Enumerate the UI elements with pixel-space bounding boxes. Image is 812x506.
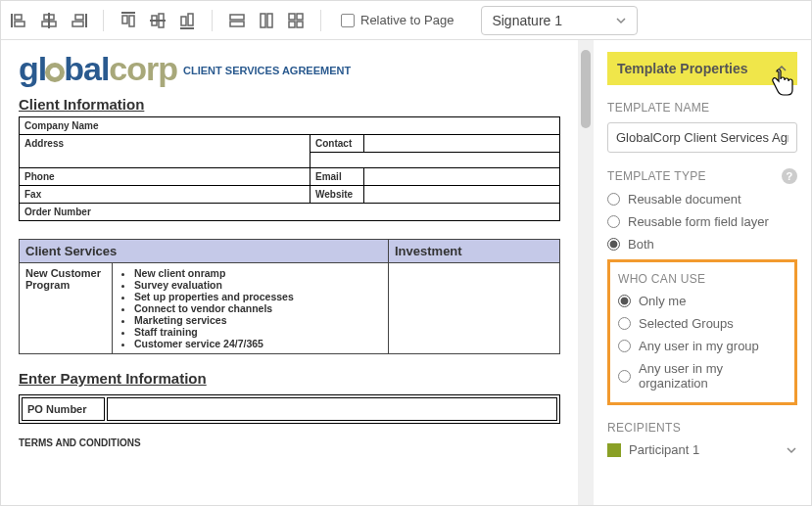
svg-rect-23: [297, 14, 303, 20]
toolbar-separator: [103, 10, 104, 31]
radio-option[interactable]: Any user in my organization: [618, 361, 787, 391]
terms-heading: TERMS AND CONDITIONS: [19, 437, 560, 448]
section-client-info: Client Information: [19, 96, 560, 113]
radio-option[interactable]: Reusable document: [607, 192, 797, 207]
accordion-title: Template Properties: [617, 61, 748, 76]
svg-rect-16: [181, 17, 186, 25]
field-order: Order Number: [20, 204, 560, 221]
radio-option[interactable]: Any user in my group: [618, 339, 787, 353]
radio-icon: [618, 340, 631, 352]
template-properties-accordion[interactable]: Template Properties: [607, 52, 797, 85]
radio-icon: [618, 295, 631, 307]
template-type-label: TEMPLATE TYPE ?: [607, 168, 797, 184]
client-services-table: Client ServicesInvestment New Customer P…: [19, 239, 560, 354]
scrollbar-thumb[interactable]: [581, 50, 591, 128]
radio-option[interactable]: Both: [607, 237, 797, 252]
radio-label: Reusable document: [628, 192, 741, 207]
field-address: Address: [20, 135, 310, 168]
recipient-name: Participant 1: [629, 442, 699, 457]
properties-panel: Template Properties TEMPLATE NAME TEMPLA…: [594, 40, 811, 505]
field-contact: Contact: [310, 135, 364, 153]
svg-rect-17: [188, 14, 193, 25]
svg-rect-6: [85, 14, 87, 27]
service-item: New client onramp: [134, 267, 382, 279]
field-fax: Fax: [20, 186, 310, 204]
field-company: Company Name: [20, 117, 560, 135]
toolbar: Relative to Page Signature 1: [1, 1, 811, 40]
radio-label: Selected Groups: [639, 316, 734, 331]
radio-label: Reusable form field layer: [628, 214, 769, 229]
logo: glbalcorp CLIENT SERVICES AGREEMENT: [19, 50, 560, 88]
scrollbar[interactable]: [578, 40, 594, 505]
toolbar-separator: [320, 10, 321, 31]
toolbar-separator: [212, 10, 213, 31]
document-canvas[interactable]: glbalcorp CLIENT SERVICES AGREEMENT Clie…: [1, 40, 578, 505]
relative-label: Relative to Page: [360, 13, 454, 27]
svg-rect-22: [289, 14, 295, 20]
service-item: Set up properties and processes: [134, 291, 382, 302]
radio-option[interactable]: Selected Groups: [618, 316, 787, 331]
help-icon[interactable]: ?: [782, 168, 797, 184]
field-selector-value: Signature 1: [492, 13, 562, 28]
match-width-icon[interactable]: [226, 10, 248, 31]
service-item: Staff training: [134, 326, 382, 338]
svc-header: Client Services: [20, 240, 389, 263]
client-info-table: Company Name AddressContact PhoneEmail F…: [19, 116, 560, 221]
program-name: New Customer Program: [20, 263, 113, 354]
po-label: PO Number: [22, 397, 105, 421]
match-both-icon[interactable]: [285, 10, 307, 31]
chevron-up-icon: [776, 63, 788, 74]
svg-rect-15: [180, 27, 194, 29]
radio-label: Only me: [639, 294, 686, 308]
service-item: Survey evaluation: [134, 279, 382, 291]
field-email: Email: [310, 168, 364, 186]
svg-rect-9: [121, 12, 135, 14]
radio-option[interactable]: Reusable form field layer: [607, 214, 797, 229]
field-phone: Phone: [20, 168, 310, 186]
align-right-icon[interactable]: [68, 10, 89, 31]
svg-rect-7: [75, 15, 83, 20]
radio-label: Any user in my organization: [639, 361, 787, 391]
svg-rect-11: [129, 16, 134, 26]
template-name-input[interactable]: [607, 122, 797, 153]
radio-icon: [607, 215, 620, 228]
svg-rect-18: [230, 15, 244, 20]
svg-rect-10: [122, 16, 127, 23]
svg-rect-8: [72, 22, 83, 26]
section-payment: Enter Payment Information: [19, 370, 560, 387]
align-bottom-icon[interactable]: [176, 10, 198, 31]
svg-rect-1: [15, 15, 22, 20]
checkbox-icon: [341, 14, 355, 27]
field-selector[interactable]: Signature 1: [481, 6, 638, 35]
relative-to-page-checkbox[interactable]: Relative to Page: [341, 13, 454, 27]
radio-icon: [618, 317, 631, 330]
svg-rect-19: [230, 22, 244, 26]
align-center-h-icon[interactable]: [38, 10, 60, 31]
investment-header: Investment: [389, 240, 560, 263]
recipient-swatch: [607, 443, 621, 457]
radio-icon: [607, 238, 620, 251]
radio-label: Any user in my group: [639, 339, 759, 353]
logo-subtitle: CLIENT SERVICES AGREEMENT: [183, 65, 351, 76]
radio-option[interactable]: Only me: [618, 294, 787, 308]
template-type-options: Reusable documentReusable form field lay…: [607, 192, 797, 252]
svg-rect-0: [11, 14, 13, 27]
align-top-icon[interactable]: [118, 10, 139, 31]
align-middle-icon[interactable]: [147, 10, 168, 31]
align-left-icon[interactable]: [9, 10, 30, 31]
service-item: Customer service 24/7/365: [134, 338, 382, 349]
chevron-down-icon: [786, 444, 797, 456]
svg-rect-2: [15, 22, 24, 26]
service-item: Marketing services: [134, 314, 382, 326]
po-table: PO Number: [19, 394, 560, 424]
recipient-item[interactable]: Participant 1: [607, 442, 797, 457]
svg-rect-25: [297, 22, 303, 27]
who-can-use-label: WHO CAN USE: [618, 272, 787, 286]
who-can-use-options: Only meSelected GroupsAny user in my gro…: [618, 294, 787, 391]
who-can-use-highlight: WHO CAN USE Only meSelected GroupsAny us…: [607, 259, 797, 405]
match-height-icon[interactable]: [256, 10, 277, 31]
recipients-label: RECIPIENTS: [607, 421, 797, 435]
field-website: Website: [310, 186, 364, 204]
radio-label: Both: [628, 237, 654, 252]
services-cell: New client onrampSurvey evaluationSet up…: [113, 263, 389, 354]
